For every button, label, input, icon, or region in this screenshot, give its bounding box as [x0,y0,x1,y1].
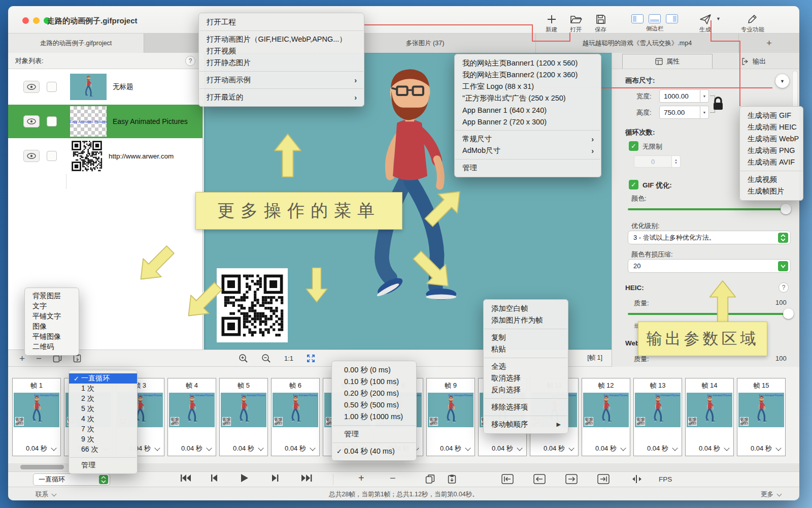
minimize-window-button[interactable] [33,17,40,24]
menu-item[interactable]: 0.20 秒 (200 ms) [332,388,416,399]
menu-item[interactable]: 4 次 [69,414,137,424]
menu-item[interactable]: 生成视频 [740,174,803,185]
tab-current-project[interactable]: 走路的动画例子.gifproject [8,34,144,53]
menu-item[interactable]: 添加空白帧 [484,303,568,314]
menu-item[interactable]: 文字 [25,301,79,311]
frame-card[interactable]: 帧 5 Easy Animated Pictures 0.04 秒 [219,378,268,456]
loop-count-field[interactable]: 0 [634,155,672,168]
frame-card[interactable]: 帧 12 Easy Animated Pictures 0.04 秒 [582,378,630,456]
width-input[interactable] [659,89,700,103]
frame-card[interactable]: 帧 9 Easy Animated Pictures 0.04 秒 [426,378,475,456]
menu-item[interactable]: 粘贴 [484,343,568,355]
menu-item[interactable]: 平铺图像 [25,332,79,342]
frame-card[interactable]: 帧 6 Easy Animated Pictures 0.04 秒 [271,378,320,456]
tab-output[interactable]: 输出 [713,54,795,69]
zoom-actual-button[interactable]: 1:1 [284,355,293,362]
menu-item[interactable]: 0.10 秒 (100 ms) [332,376,416,388]
menu-item[interactable]: 我的网站主页Banner2 (1200 x 360) [455,69,601,81]
height-preset-dropdown[interactable]: ▼ [700,106,709,119]
object-row-watermark-selected[interactable]: Easy Animated Pictures Easy Animated Pic… [8,105,202,138]
skip-to-end-button[interactable] [300,474,313,482]
height-input[interactable] [659,106,700,119]
menu-item[interactable]: ✓一直循环 [69,373,137,384]
save-button[interactable]: 保存 [595,14,606,34]
visibility-button[interactable] [23,115,40,128]
menu-item[interactable]: 生成帧图片 [740,185,803,197]
paste-frame-icon[interactable] [448,474,456,484]
loop-count-stepper[interactable]: ▲▼ [672,155,681,168]
object-row-untitled[interactable]: 无标题 [8,69,202,105]
frame-duration-select[interactable]: 0.04 秒 [582,441,630,456]
add-frame-button[interactable]: + [358,472,364,484]
menu-item[interactable]: 常规尺寸› [455,133,601,145]
object-row-qrcode[interactable]: http://www.arwer.com [8,138,202,174]
canvas-size-preset-button[interactable]: ▼ [775,74,789,88]
menu-item[interactable]: "正方形弹出式"广告 (250 x 250) [455,92,601,104]
qr-code-object[interactable] [217,268,288,342]
split-frames-icon[interactable] [631,474,642,484]
frame-duration-select[interactable]: 0.04 秒 [272,441,319,456]
menu-item[interactable]: 工作室 Logo (88 x 31) [455,81,601,92]
menu-item[interactable]: 背景图层 [25,291,79,301]
frame-duration-select[interactable]: 0.04 秒 [168,441,216,456]
copy-frame-icon[interactable] [425,474,435,484]
object-checkbox[interactable] [47,151,57,161]
fit-canvas-icon[interactable] [307,354,315,363]
move-frame-to-start-icon[interactable] [501,474,514,484]
menu-item[interactable]: 生成动画 AVIF [740,156,803,168]
menu-item[interactable]: 生成动画 GIF [740,110,803,121]
visibility-button[interactable] [23,81,40,93]
menu-item[interactable]: 我的网站主页Banner1 (1200 x 560) [455,57,601,69]
new-button[interactable]: 新建 [546,14,557,34]
menu-item[interactable]: App Banner 1 (640 x 240) [455,104,601,116]
menu-item[interactable]: 取消选择 [484,372,568,384]
generate-button[interactable]: 生成 [699,14,711,34]
bottom-bar-icon[interactable] [649,14,661,23]
scrollbar-thumb[interactable] [20,465,64,469]
skip-to-start-button[interactable] [180,474,192,482]
zoom-in-icon[interactable] [239,354,248,363]
zoom-out-icon[interactable] [261,354,271,363]
frame-card[interactable]: 帧 14 Easy Animated Pictures 0.04 秒 [685,378,734,456]
menu-item[interactable]: 生成动画 WebP [740,133,803,145]
menu-item[interactable]: 添加图片作为帧 [484,314,568,326]
width-preset-dropdown[interactable]: ▼ [700,89,709,103]
menu-item[interactable]: 7 次 [69,424,137,434]
open-button[interactable]: 打开 [570,14,582,34]
close-window-button[interactable] [22,17,29,24]
menu-item[interactable]: 图像 [25,322,79,332]
menu-item[interactable]: 1 次 [69,384,137,394]
object-checkbox[interactable] [47,116,57,126]
menu-item[interactable]: 复制 [484,332,568,343]
menu-item[interactable]: 打开动画图片（GIF,HEIC,WebP,APNG...） [199,34,364,45]
frame-card[interactable]: 帧 1 Easy Animated Pictures 0.04 秒 [12,378,61,456]
menu-item[interactable]: 打开动画示例› [199,74,364,86]
frame-duration-select[interactable]: 0.04 秒 [427,441,475,456]
tab-video-document[interactable]: 越玩越聪明的游戏《雪人玩交换》.mp4 [536,34,739,53]
menu-item[interactable]: 1.00 秒 (1000 ms) [332,411,416,423]
lossy-select[interactable]: 20 [628,259,791,273]
menu-item[interactable]: 2 次 [69,394,137,404]
help-button[interactable]: ? [185,56,195,66]
menu-item[interactable]: 管理 [455,162,601,174]
visibility-button[interactable] [23,150,40,162]
pro-features-button[interactable]: 专业功能 [741,14,764,34]
frame-duration-select[interactable]: 0.04 秒 [13,441,60,456]
frame-duration-select[interactable]: 0.04 秒 [686,441,733,456]
opt-level-select[interactable]: 3 - 尝试以上多种优化方法。 [628,231,791,244]
frame-duration-select[interactable]: 0.04 秒 [737,441,785,456]
frame-duration-select[interactable]: 0.04 秒 [220,441,267,456]
menu-item[interactable]: 管理 [69,460,137,470]
right-sidebar-icon[interactable] [666,14,678,23]
menu-item[interactable]: 移动帧顺序▶ [484,419,568,430]
move-frame-right-icon[interactable] [565,474,578,484]
frame-card[interactable]: 帧 15 Easy Animated Pictures 0.04 秒 [737,378,786,456]
tab-properties[interactable]: 属性 [622,54,713,69]
menu-item[interactable]: 66 次 [69,444,137,455]
menu-item[interactable]: 生成动画 HEIC [740,121,803,133]
menu-item[interactable]: 移除选择项 [484,401,568,413]
menu-item[interactable]: AdMob尺寸› [455,145,601,156]
menu-item[interactable]: 打开静态图片 [199,57,364,69]
loop-select[interactable]: 一直循环 [33,473,110,486]
remove-frame-button[interactable]: − [390,472,396,484]
